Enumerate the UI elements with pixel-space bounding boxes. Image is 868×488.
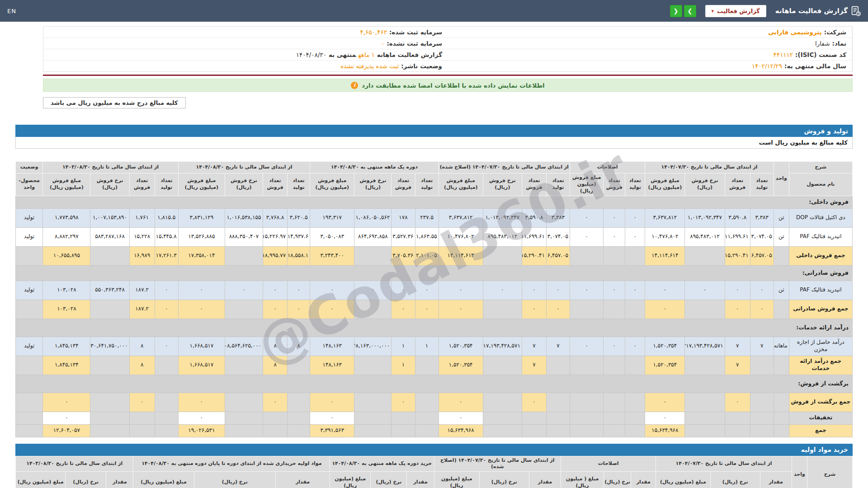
value-cell: ۱۲,۶۰۴,۰۵۷ xyxy=(43,424,90,437)
value-cell: ۷ xyxy=(725,356,750,375)
value-cell xyxy=(415,412,439,424)
col-sub: مبلغ فروش (میلیون ریال) xyxy=(645,174,685,196)
prev-report-button[interactable]: ❮ xyxy=(670,5,682,17)
col-sub: مقدار xyxy=(407,472,434,488)
col-sub: مبلغ (میلیون ریال) xyxy=(16,472,66,488)
value-cell: ۱,۷۷۳,۵۹۸ xyxy=(43,208,90,227)
col-sub: نرخ (ریال) xyxy=(194,472,275,488)
row-label: جمع فروش داخلی xyxy=(789,246,852,265)
report-type-button[interactable]: گزارش فعالیت ▾ xyxy=(705,5,766,17)
section-title-raw-materials: خرید مواد اولیه xyxy=(15,444,853,456)
value-cell xyxy=(155,424,178,437)
value-cell: ۳,۵۹۰.۸ xyxy=(522,208,546,227)
company-field: نماد:شفارا xyxy=(448,38,852,49)
value-cell xyxy=(415,356,439,375)
col-group: از ابتدای سال مالی تا تاریخ ۱۴۰۴/۰۷/۳۰ (… xyxy=(439,162,570,174)
value-cell: ۰ xyxy=(645,281,685,300)
col-group: از ابتدای سال مالی تا تاریخ ۱۴۰۴/۰۷/۳۰ (… xyxy=(434,456,561,472)
value-cell: ۱,۰۱۳,۰۹۲,۳۴۷ xyxy=(685,208,725,227)
value-cell: ۱,۶۶۸,۵۱۷ xyxy=(178,356,225,375)
col-sub: نرخ (ریال) xyxy=(604,472,631,488)
row-label: تخفیفات xyxy=(789,412,852,424)
value-cell: ۱,۵۲۰,۳۵۴ xyxy=(645,337,685,356)
value-cell xyxy=(570,393,604,412)
row-label: دی اکتیل فتالات DOP xyxy=(789,208,852,227)
value-cell xyxy=(483,412,522,424)
value-cell: ۰ xyxy=(625,337,645,356)
field-label: سال مالی منتهی به: xyxy=(784,62,846,70)
value-cell: ۰ xyxy=(570,281,604,300)
value-cell: ۰ xyxy=(310,281,354,300)
value-cell: ۱ xyxy=(415,337,439,356)
col-desc: شرح xyxy=(807,456,852,488)
value-cell: ۱۵,۲۲۸ xyxy=(129,227,155,246)
value-cell: ۱۹۳,۳۱۷ xyxy=(310,208,354,227)
value-cell xyxy=(546,412,570,424)
value-cell: ۳,۳۸۳ xyxy=(750,208,774,227)
col-sub: تعداد تولید xyxy=(288,174,310,196)
col-unit: واحد xyxy=(774,162,789,196)
value-cell: ۱۵,۶۳۴,۹۶۸ xyxy=(645,424,685,437)
value-cell: ۰ xyxy=(546,281,570,300)
value-cell: ۱۸۷.۲ xyxy=(129,281,155,300)
value-cell: ۰ xyxy=(604,337,625,356)
value-cell xyxy=(225,246,263,265)
report-body: @Codal360.ir تولید و فروش کلیه مبالغ به … xyxy=(0,125,868,488)
value-cell: ۰ xyxy=(522,281,546,300)
next-report-button[interactable]: ❯ xyxy=(684,5,696,17)
table-row: جمع برگشت از فروش۰۰۰۰۰۰۰۰۰۰ xyxy=(16,393,853,412)
value-cell: ۱۵,۲۹۰.۴۱ xyxy=(522,246,546,265)
col-sub: نرخ فروش (ریال) xyxy=(685,174,725,196)
value-cell: ۰ xyxy=(263,393,288,412)
value-cell: ۰ xyxy=(310,300,354,319)
value-cell: ۱۴,۹۳۷.۶ xyxy=(288,227,310,246)
value-cell xyxy=(90,246,129,265)
production-sales-table: شرحواحداز ابتدای سال مالی تا تاریخ ۱۴۰۴/… xyxy=(15,161,853,437)
col-sub: تعداد فروش xyxy=(392,174,415,196)
value-cell: ۰ xyxy=(570,208,604,227)
field-label: شرکت: xyxy=(824,28,846,36)
language-toggle[interactable]: EN xyxy=(7,8,16,14)
value-cell xyxy=(625,412,645,424)
value-cell: ۱ xyxy=(392,356,415,375)
value-cell: ۱,۵۲۰,۳۵۴ xyxy=(645,356,685,375)
section-label: درآمد ارائه خدمات: xyxy=(16,319,853,337)
value-cell: ۱۷,۳۵۸,۰۱۴ xyxy=(178,246,225,265)
col-sub: مقدار xyxy=(106,472,133,488)
company-link[interactable]: پتروشیمی فارابی xyxy=(768,28,822,36)
value-cell xyxy=(685,412,725,424)
status-cell: تولید xyxy=(16,208,43,227)
value-cell: ۸ xyxy=(263,337,288,356)
value-cell: ۲۳۷.۵ xyxy=(415,208,439,227)
value-cell xyxy=(604,393,625,412)
col-sub: نرخ (ریال) xyxy=(371,472,407,488)
value-cell: ۱۰,۴۷۶,۸۰۲ xyxy=(439,227,483,246)
col-sub: تعداد تولید xyxy=(750,174,774,196)
separator-line xyxy=(43,75,853,76)
value-cell: ۸۹۵,۴۸۳,۰۱۲ xyxy=(685,227,725,246)
value-cell: ۵۵۰,۳۶۳,۲۴۸ xyxy=(90,281,129,300)
col-status: وضعیت xyxy=(16,162,43,174)
col-sub: مقدار xyxy=(529,472,561,488)
col-sub: تعداد تولید xyxy=(546,174,570,196)
note-row: کلیه مبالغ درج شده به میلیون ریال می باش… xyxy=(43,97,853,108)
status-cell xyxy=(16,393,43,412)
value-cell: ۰ xyxy=(415,300,439,319)
value-cell xyxy=(685,356,725,375)
value-cell: ۱,۰۸۶,۰۵۰,۵۶۲ xyxy=(354,208,392,227)
value-cell: ۲۱۷,۱۹۳,۴۲۸,۵۷۱ xyxy=(685,337,725,356)
value-cell: ۰ xyxy=(225,281,263,300)
value-cell: ۱۳,۰۷۴.۰۵ xyxy=(750,227,774,246)
col-sub: نرخ (ریال) xyxy=(479,472,529,488)
col-sub: تعداد تولید xyxy=(155,174,178,196)
value-cell: ۱۳,۵۲۶,۸۸۵ xyxy=(178,227,225,246)
value-cell: ۰ xyxy=(439,281,483,300)
field-label: گزارش فعالیت ماهانه xyxy=(377,51,442,58)
value-cell: ۲۱۷,۱۹۳,۴۲۸,۵۷۱ xyxy=(483,337,522,356)
col-sub: نرخ (ریال) xyxy=(66,472,106,488)
value-cell xyxy=(604,246,625,265)
col-group: از ابتدای سال مالی تا تاریخ ۱۴۰۴/۰۷/۳۰ xyxy=(645,162,774,174)
table-row: جمع فروش داخلی۱۶,۴۵۷.۰۵۱۵,۲۹۰.۴۱۱۴,۱۱۴,۶… xyxy=(16,246,853,265)
value-cell: ۰ xyxy=(43,393,90,412)
report-type-label: گزارش فعالیت xyxy=(717,8,760,14)
